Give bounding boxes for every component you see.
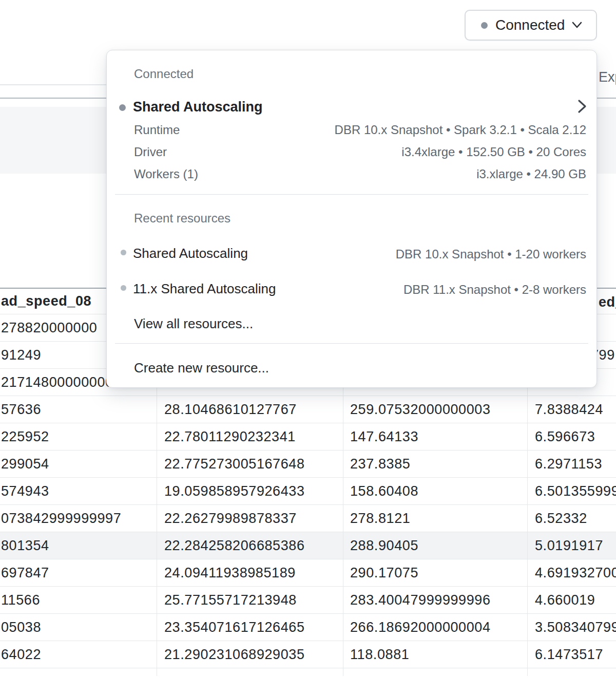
table-row[interactable]: 0503823.354071617126465266.1869200000000…: [0, 614, 616, 641]
table-cell: 19.059858957926433: [157, 478, 343, 504]
table-row[interactable]: 5763628.10468610127767259.07532000000003…: [0, 396, 616, 423]
recent-resource-item[interactable]: Shared Autoscaling: [133, 245, 248, 261]
export-button[interactable]: Exp: [599, 69, 616, 85]
table-cell: 22.775273005167648: [157, 451, 343, 477]
toolbar-divider: [0, 84, 106, 85]
table-row[interactable]: 80135422.284258206685386288.904055.01919…: [0, 532, 616, 559]
table-cell: 23.354071617126465: [157, 614, 343, 641]
table-cell: 6.596673: [527, 423, 616, 450]
table-cell: 11566: [0, 587, 157, 613]
table-cell: 28.10468610127767: [157, 396, 343, 423]
connected-section-header: Connected: [134, 66, 194, 82]
table-cell: 6.1473517: [527, 641, 616, 668]
table-cell: 801354: [0, 532, 157, 559]
runtime-label: Runtime: [134, 122, 180, 138]
table-cell: 158.60408: [343, 478, 527, 504]
table-cell: 3.5083407999: [527, 614, 616, 641]
recent-resource-detail: DBR 11.x Snapshot • 2-8 workers: [403, 282, 586, 297]
workers-label: Workers (1): [134, 166, 198, 182]
table-cell: 147.64133: [343, 423, 527, 450]
resource-dot-icon: [121, 285, 126, 291]
table-cell: 118.0881: [343, 641, 527, 668]
table-cell: 266.18692000000004: [343, 614, 527, 641]
table-cell: 57636: [0, 396, 157, 423]
table-row[interactable]: 07384299999999722.26279989878337278.8121…: [0, 505, 616, 532]
status-dot-icon: [481, 22, 488, 29]
table-cell: 4.660019: [527, 587, 616, 613]
table-cell: 574943: [0, 478, 157, 504]
view-all-resources-item[interactable]: View all resources...: [134, 315, 253, 332]
table-cell: 290.17075: [343, 559, 527, 586]
driver-value: i3.4xlarge • 152.50 GB • 20 Cores: [401, 144, 586, 160]
connected-dropdown-button[interactable]: Connected: [465, 10, 597, 41]
table-cell: 237.8385: [343, 451, 527, 477]
table-cell: 259.07532000000003: [343, 396, 527, 423]
screen: Exp ad_speed_08 278820000000912492171480…: [0, 0, 616, 694]
driver-label: Driver: [134, 144, 167, 160]
resource-dropdown-menu: Connected Shared Autoscaling Runtime DBR…: [106, 50, 597, 388]
column-header-peek: ed_: [599, 294, 616, 310]
table-cell: 288.90405: [343, 532, 527, 559]
table-row[interactable]: 57494319.059858957926433158.604086.50135…: [0, 478, 616, 505]
table-cell: 22.78011290232341: [157, 423, 343, 450]
menu-divider: [115, 343, 588, 344]
table-cell: 22.26279989878337: [157, 505, 343, 532]
table-cell: 4.6919327001: [527, 559, 616, 586]
workers-value: i3.xlarge • 24.90 GB: [476, 166, 586, 182]
connected-button-label: Connected: [495, 17, 565, 33]
table-row-partial: [0, 668, 616, 676]
table-cell: 073842999999997: [0, 505, 157, 532]
connected-resource-name[interactable]: Shared Autoscaling: [133, 99, 263, 115]
table-cell: 697847: [0, 559, 157, 586]
table-row[interactable]: 1156625.77155717213948283.40047999999996…: [0, 587, 616, 614]
recent-resource-item[interactable]: 11.x Shared Autoscaling: [133, 280, 276, 297]
resource-dot-icon: [121, 250, 126, 255]
table-cell: 278.8121: [343, 505, 527, 532]
table-row[interactable]: 22595222.78011290232341147.641336.596673: [0, 423, 616, 451]
table-cell: 22.284258206685386: [157, 532, 343, 559]
table-cell: 7.8388424: [527, 396, 616, 423]
resource-status-dot-icon: [119, 104, 126, 111]
recent-resource-detail: DBR 10.x Snapshot • 1-20 workers: [396, 247, 586, 262]
table-row[interactable]: 69784724.09411938985189290.170754.691932…: [0, 559, 616, 587]
table-cell: 5.0191917: [527, 532, 616, 559]
create-new-resource-item[interactable]: Create new resource...: [134, 360, 269, 376]
table-row[interactable]: 6402221.290231068929035118.08816.1473517: [0, 641, 616, 668]
table-cell: 24.09411938985189: [157, 559, 343, 586]
table-cell: 25.77155717213948: [157, 587, 343, 613]
table-cell: 64022: [0, 641, 157, 668]
chevron-right-icon[interactable]: [575, 98, 589, 115]
table-row[interactable]: 29905422.775273005167648237.83856.297115…: [0, 451, 616, 478]
runtime-value: DBR 10.x Snapshot • Spark 3.2.1 • Scala …: [335, 122, 586, 138]
table-cell: 21.290231068929035: [157, 641, 343, 668]
table-cell: 6.2971153: [527, 451, 616, 477]
chevron-down-icon: [571, 21, 583, 29]
recent-section-header: Recent resources: [134, 211, 230, 226]
table-cell: 6.52332: [527, 505, 616, 532]
table-cell: 225952: [0, 423, 157, 450]
table-cell: 6.5013559999: [527, 478, 616, 504]
menu-divider: [115, 194, 588, 195]
table-cell: 05038: [0, 614, 157, 641]
table-cell: 299054: [0, 451, 157, 477]
table-cell: 283.40047999999996: [343, 587, 527, 613]
